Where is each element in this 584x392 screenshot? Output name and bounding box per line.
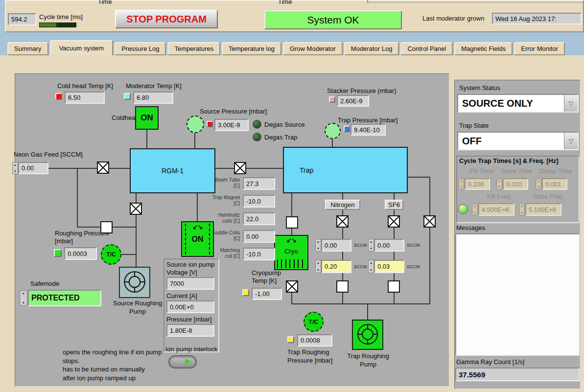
ion-pump-interlock-toggle[interactable] [168,355,197,369]
store-freq-spinner[interactable] [519,203,525,216]
pipe [394,193,395,200]
trap-magnet-value: -10.0 [243,195,275,208]
cycle-time-progressbar [39,23,76,27]
cryopump-temp-value: -1.00 [252,288,282,300]
cryo-pump[interactable]: ↙↘ Cryo [274,235,308,270]
nitrogen-top-valve[interactable] [336,215,349,228]
nitrogen-label: Nitrogen [325,200,360,210]
pipe [332,138,333,147]
sf6-set-flow[interactable]: 0.00 [374,239,404,252]
coldhead-on-button[interactable]: ON [135,106,159,130]
neon-gas-feed-input[interactable]: 0.00 [18,162,48,174]
messages-box[interactable] [455,233,580,356]
moderator-temp-label: Moderator Temp [K] [126,82,182,90]
tab-error-monitor[interactable]: Error Monitor [514,42,565,55]
trap-roughing-pump-label: Trap Roughing Pump [341,352,395,369]
cryo-inlet-valve[interactable] [286,216,298,229]
sf6-actual-flow[interactable]: 0.03 [374,260,404,273]
pipe [291,193,292,216]
tab-pressure-log[interactable]: Pressure Log [115,42,166,55]
tab-magnetic-fields[interactable]: Magnetic Fields [454,42,513,55]
moderator-temp-indicator [124,93,131,100]
fill-time-spinner[interactable] [458,178,464,190]
pipe [342,193,343,200]
store-time-input[interactable]: 0.010 [503,178,528,190]
ion-pump-pressure-value: 1.80E-8 [166,324,214,337]
tab-summary[interactable]: Summary [7,42,48,55]
chevron-down-icon[interactable] [564,133,578,149]
trap-vessel-label: Trap [300,166,313,174]
sf6-bottom-valve[interactable] [388,280,400,293]
chevron-down-icon[interactable] [564,95,578,112]
source-ion-pump-on-button[interactable]: ↙↘ ON [181,221,214,257]
pump-arrows-icon: ↙↘ [182,223,213,231]
nitrogen-actual-unit: SCCM [354,264,367,269]
cycle-time-indicator: 594.2 [8,13,36,25]
sf6-actual-spinner[interactable] [368,260,374,273]
pipe [194,133,195,148]
trap-thermocouple-gauge: T/C [304,312,324,332]
stop-program-button[interactable]: STOP PROGRAM [115,10,218,28]
beam-tube-value: 27.3 [243,177,275,190]
rgm1-trap-valve[interactable] [234,162,246,174]
pipe [197,193,198,221]
pipe [136,193,137,203]
roughing-pressure-value: 0.0003 [64,247,97,260]
tab-vacuum-system[interactable]: Vacuum system [50,40,114,55]
saddle-coils-value: 0.00 [243,230,275,243]
sf6-set-unit: SCCM [407,243,420,248]
tab-temperatures[interactable]: Temperatures [167,42,220,55]
neon-gas-feed-spinner[interactable] [12,162,18,174]
time-label-right: Time [278,0,292,5]
dump-time-input[interactable]: 0.001 [542,178,567,190]
nitrogen-set-flow[interactable]: 0.00 [321,239,351,252]
cryo-outlet-valve[interactable] [286,280,298,293]
trap-roughing-pump [352,320,383,350]
moderator-temp-value: 6.80 [133,92,173,104]
fill-time-input[interactable]: 0.100 [465,178,490,190]
safemode-value[interactable]: PROTECTED [28,290,101,306]
messages-label: Messages [456,224,485,231]
nitrogen-actual-spinner[interactable] [315,260,321,273]
pipe [112,227,136,228]
fill-freq-spinner[interactable] [472,203,478,216]
neon-feed-valve[interactable] [97,161,109,174]
source-pressure-alarm-indicator [207,121,213,127]
degas-trap-label: Degas Trap [264,134,297,141]
dump-time-spinner[interactable] [536,178,541,190]
safemode-spinner[interactable] [20,290,27,306]
roughing-bypass-valve[interactable] [100,221,113,233]
cycle-trap-title: Cycle Trap Times [s] & Freq. [Hz] [459,157,559,164]
cold-head-temp-label: Cold head Temp [K] [57,82,113,90]
tab-temperature-log[interactable]: Temperature log [222,42,281,55]
pump-icon [355,322,380,348]
sf6-label: SF6 [385,200,403,210]
rgm1-roughing-valve[interactable] [130,203,142,215]
nitrogen-set-spinner[interactable] [315,239,321,252]
fill-freq-input[interactable]: 4.500E+6 [478,203,514,216]
helmholtz-coils-label: Helmholtz coils [C] [211,212,240,224]
cold-head-temp-value: 6.50 [65,92,105,104]
tab-control-panel[interactable]: Control Panel [400,42,453,55]
system-status-dropdown[interactable]: SOURCE ONLY [457,94,579,113]
trap-pressure-label: Trap Pressure [mbar] [338,116,397,124]
pump-icon [122,269,147,296]
pipe [136,215,137,267]
pipe [429,177,430,215]
nitrogen-actual-flow[interactable]: 0.20 [321,260,351,273]
cryo-fins-icon [277,259,305,268]
tab-grow-moderator[interactable]: Grow Moderator [283,42,343,55]
pipe [121,254,136,255]
nitrogen-bottom-valve[interactable] [336,280,349,293]
store-time-spinner[interactable] [496,178,502,190]
ion-pump-state: ON [182,235,213,244]
pump-arrows-icon: ↙↘ [275,236,307,244]
gamma-ray-count-label: Gamma Ray Count [1/s] [456,358,524,366]
trap-right-valve[interactable] [423,215,436,228]
sf6-top-valve[interactable] [388,215,400,228]
source-roughing-pump-label: Source Roughing Pump [109,300,166,316]
store-freq-input[interactable]: 5.100E+6 [525,203,561,216]
sf6-set-spinner[interactable] [368,239,374,252]
tab-moderator-log[interactable]: Moderator Log [344,42,399,55]
trap-state-dropdown[interactable]: OFF [457,132,579,150]
